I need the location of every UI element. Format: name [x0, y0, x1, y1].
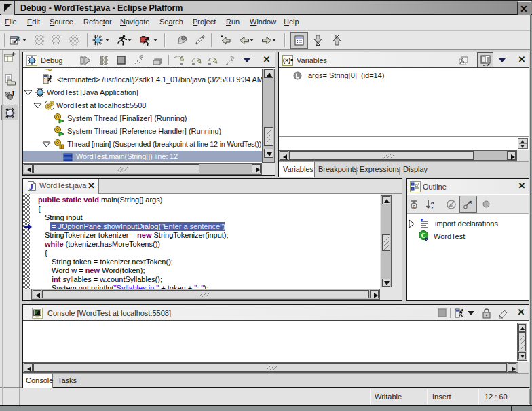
svg-text:(×)=: (×)=	[283, 57, 293, 64]
svg-text:C: C	[421, 232, 426, 239]
svg-text:c: c	[413, 204, 415, 209]
svg-text:s: s	[469, 199, 472, 206]
svg-text:s: s	[450, 202, 453, 208]
svg-text:J: J	[11, 90, 15, 97]
svg-text:J: J	[29, 182, 33, 192]
svg-text:z: z	[431, 204, 434, 210]
